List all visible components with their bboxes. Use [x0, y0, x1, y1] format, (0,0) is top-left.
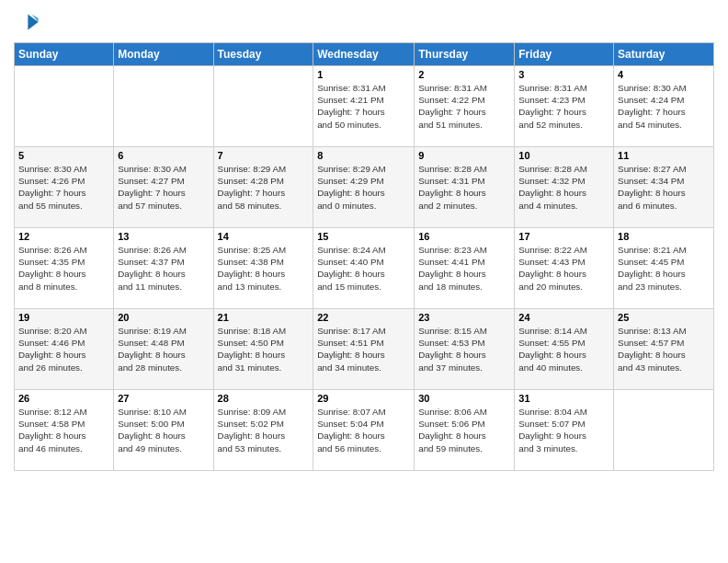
day-info: Sunrise: 8:07 AM Sunset: 5:04 PM Dayligh… — [317, 406, 410, 454]
day-cell: 1Sunrise: 8:31 AM Sunset: 4:21 PM Daylig… — [313, 66, 415, 147]
header — [14, 9, 714, 35]
calendar: SundayMondayTuesdayWednesdayThursdayFrid… — [14, 42, 714, 471]
day-number: 4 — [618, 69, 710, 80]
day-info: Sunrise: 8:24 AM Sunset: 4:40 PM Dayligh… — [317, 244, 410, 293]
week-row-5: 26Sunrise: 8:12 AM Sunset: 4:58 PM Dayli… — [15, 390, 714, 471]
day-number: 31 — [518, 393, 609, 404]
day-cell: 16Sunrise: 8:23 AM Sunset: 4:41 PM Dayli… — [415, 228, 515, 309]
logo-icon — [14, 9, 40, 35]
day-info: Sunrise: 8:31 AM Sunset: 4:22 PM Dayligh… — [418, 82, 510, 131]
day-number: 26 — [18, 393, 109, 404]
day-cell: 17Sunrise: 8:22 AM Sunset: 4:43 PM Dayli… — [515, 228, 614, 309]
day-cell: 27Sunrise: 8:10 AM Sunset: 5:00 PM Dayli… — [114, 390, 213, 471]
day-cell — [213, 66, 313, 147]
day-cell: 8Sunrise: 8:29 AM Sunset: 4:29 PM Daylig… — [313, 147, 415, 228]
day-number: 11 — [618, 150, 710, 161]
day-info: Sunrise: 8:20 AM Sunset: 4:46 PM Dayligh… — [18, 325, 109, 373]
day-number: 30 — [418, 393, 510, 404]
day-info: Sunrise: 8:04 AM Sunset: 5:07 PM Dayligh… — [518, 406, 609, 454]
day-info: Sunrise: 8:22 AM Sunset: 4:43 PM Dayligh… — [518, 244, 609, 293]
day-info: Sunrise: 8:17 AM Sunset: 4:51 PM Dayligh… — [317, 325, 410, 373]
day-cell: 30Sunrise: 8:06 AM Sunset: 5:06 PM Dayli… — [415, 390, 515, 471]
day-number: 24 — [518, 312, 609, 323]
day-cell: 23Sunrise: 8:15 AM Sunset: 4:53 PM Dayli… — [415, 309, 515, 390]
day-cell: 5Sunrise: 8:30 AM Sunset: 4:26 PM Daylig… — [15, 147, 114, 228]
week-row-1: 1Sunrise: 8:31 AM Sunset: 4:21 PM Daylig… — [15, 66, 714, 147]
day-number: 27 — [118, 393, 209, 404]
weekday-header-thursday: Thursday — [415, 43, 515, 66]
day-cell: 21Sunrise: 8:18 AM Sunset: 4:50 PM Dayli… — [213, 309, 313, 390]
day-number: 18 — [618, 231, 710, 242]
day-cell: 28Sunrise: 8:09 AM Sunset: 5:02 PM Dayli… — [213, 390, 313, 471]
logo — [14, 9, 43, 35]
day-cell: 15Sunrise: 8:24 AM Sunset: 4:40 PM Dayli… — [313, 228, 415, 309]
day-info: Sunrise: 8:31 AM Sunset: 4:23 PM Dayligh… — [518, 82, 609, 131]
day-cell: 6Sunrise: 8:30 AM Sunset: 4:27 PM Daylig… — [114, 147, 213, 228]
day-number: 12 — [18, 231, 109, 242]
day-cell — [114, 66, 213, 147]
week-row-2: 5Sunrise: 8:30 AM Sunset: 4:26 PM Daylig… — [15, 147, 714, 228]
week-row-4: 19Sunrise: 8:20 AM Sunset: 4:46 PM Dayli… — [15, 309, 714, 390]
day-cell: 14Sunrise: 8:25 AM Sunset: 4:38 PM Dayli… — [213, 228, 313, 309]
day-info: Sunrise: 8:29 AM Sunset: 4:29 PM Dayligh… — [317, 163, 410, 212]
day-number: 10 — [518, 150, 609, 161]
day-cell — [614, 390, 714, 471]
day-cell: 29Sunrise: 8:07 AM Sunset: 5:04 PM Dayli… — [313, 390, 415, 471]
day-cell: 26Sunrise: 8:12 AM Sunset: 4:58 PM Dayli… — [15, 390, 114, 471]
day-number: 3 — [518, 69, 609, 80]
day-number: 29 — [317, 393, 410, 404]
day-number: 25 — [618, 312, 710, 323]
day-info: Sunrise: 8:21 AM Sunset: 4:45 PM Dayligh… — [618, 244, 710, 293]
day-number: 1 — [317, 69, 410, 80]
day-info: Sunrise: 8:10 AM Sunset: 5:00 PM Dayligh… — [118, 406, 209, 454]
day-info: Sunrise: 8:06 AM Sunset: 5:06 PM Dayligh… — [418, 406, 510, 454]
day-info: Sunrise: 8:18 AM Sunset: 4:50 PM Dayligh… — [218, 325, 310, 373]
day-info: Sunrise: 8:31 AM Sunset: 4:21 PM Dayligh… — [317, 82, 410, 131]
day-cell: 13Sunrise: 8:26 AM Sunset: 4:37 PM Dayli… — [114, 228, 213, 309]
weekday-header-row: SundayMondayTuesdayWednesdayThursdayFrid… — [15, 43, 714, 66]
day-cell: 10Sunrise: 8:28 AM Sunset: 4:32 PM Dayli… — [515, 147, 614, 228]
day-info: Sunrise: 8:30 AM Sunset: 4:24 PM Dayligh… — [618, 82, 710, 131]
day-info: Sunrise: 8:15 AM Sunset: 4:53 PM Dayligh… — [418, 325, 510, 373]
day-number: 19 — [18, 312, 109, 323]
day-cell: 24Sunrise: 8:14 AM Sunset: 4:55 PM Dayli… — [515, 309, 614, 390]
day-cell: 19Sunrise: 8:20 AM Sunset: 4:46 PM Dayli… — [15, 309, 114, 390]
day-cell: 2Sunrise: 8:31 AM Sunset: 4:22 PM Daylig… — [415, 66, 515, 147]
day-number: 17 — [518, 231, 609, 242]
day-number: 22 — [317, 312, 410, 323]
day-number: 8 — [317, 150, 410, 161]
day-info: Sunrise: 8:13 AM Sunset: 4:57 PM Dayligh… — [618, 325, 710, 373]
weekday-header-tuesday: Tuesday — [213, 43, 313, 66]
day-info: Sunrise: 8:14 AM Sunset: 4:55 PM Dayligh… — [518, 325, 609, 373]
day-number: 5 — [18, 150, 109, 161]
day-cell: 9Sunrise: 8:28 AM Sunset: 4:31 PM Daylig… — [415, 147, 515, 228]
day-number: 7 — [218, 150, 310, 161]
day-info: Sunrise: 8:25 AM Sunset: 4:38 PM Dayligh… — [218, 244, 310, 293]
weekday-header-friday: Friday — [515, 43, 614, 66]
day-number: 28 — [218, 393, 310, 404]
day-info: Sunrise: 8:29 AM Sunset: 4:28 PM Dayligh… — [218, 163, 310, 212]
day-cell: 18Sunrise: 8:21 AM Sunset: 4:45 PM Dayli… — [614, 228, 714, 309]
day-cell: 25Sunrise: 8:13 AM Sunset: 4:57 PM Dayli… — [614, 309, 714, 390]
day-info: Sunrise: 8:12 AM Sunset: 4:58 PM Dayligh… — [18, 406, 109, 454]
day-cell: 22Sunrise: 8:17 AM Sunset: 4:51 PM Dayli… — [313, 309, 415, 390]
day-cell: 20Sunrise: 8:19 AM Sunset: 4:48 PM Dayli… — [114, 309, 213, 390]
day-number: 6 — [118, 150, 209, 161]
day-number: 16 — [418, 231, 510, 242]
day-cell: 7Sunrise: 8:29 AM Sunset: 4:28 PM Daylig… — [213, 147, 313, 228]
day-cell: 31Sunrise: 8:04 AM Sunset: 5:07 PM Dayli… — [515, 390, 614, 471]
weekday-header-monday: Monday — [114, 43, 213, 66]
day-info: Sunrise: 8:26 AM Sunset: 4:37 PM Dayligh… — [118, 244, 209, 293]
weekday-header-sunday: Sunday — [15, 43, 114, 66]
day-cell: 11Sunrise: 8:27 AM Sunset: 4:34 PM Dayli… — [614, 147, 714, 228]
day-cell — [15, 66, 114, 147]
day-cell: 4Sunrise: 8:30 AM Sunset: 4:24 PM Daylig… — [614, 66, 714, 147]
day-number: 14 — [218, 231, 310, 242]
day-info: Sunrise: 8:28 AM Sunset: 4:32 PM Dayligh… — [518, 163, 609, 212]
day-number: 23 — [418, 312, 510, 323]
day-info: Sunrise: 8:26 AM Sunset: 4:35 PM Dayligh… — [18, 244, 109, 293]
day-number: 20 — [118, 312, 209, 323]
day-number: 9 — [418, 150, 510, 161]
day-cell: 12Sunrise: 8:26 AM Sunset: 4:35 PM Dayli… — [15, 228, 114, 309]
day-info: Sunrise: 8:30 AM Sunset: 4:27 PM Dayligh… — [118, 163, 209, 212]
